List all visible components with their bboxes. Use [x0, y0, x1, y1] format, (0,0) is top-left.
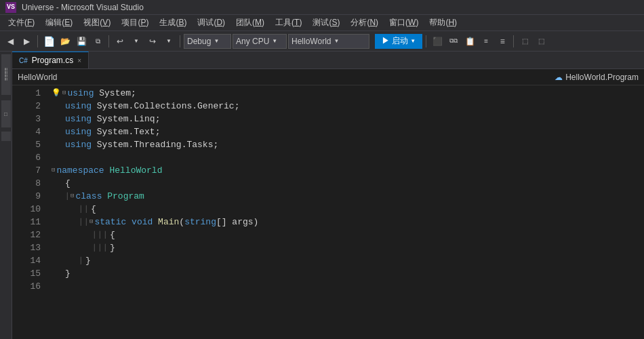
menu-team[interactable]: 团队(M)	[230, 16, 270, 30]
menu-window[interactable]: 窗口(W)	[384, 16, 424, 30]
redo-button[interactable]: ↪	[145, 34, 160, 49]
activity-btn-2[interactable]: □	[1, 100, 11, 127]
nav-class-label: HelloWorld.Program	[565, 73, 639, 82]
menu-edit[interactable]: 编辑(E)	[40, 16, 78, 30]
tab-program-cs-label: Program.cs	[32, 56, 73, 65]
lightbulb-icon: 💡	[52, 87, 61, 100]
code-line-9: │ ⊟ class Program	[65, 190, 639, 203]
code-line-7: ⊟ namespace HelloWorld	[52, 164, 639, 177]
toolbar-btn-5[interactable]: ≡	[495, 34, 510, 49]
title-bar-text: Universe - Microsoft Visual Studio	[22, 3, 144, 12]
debug-mode-arrow: ▼	[214, 38, 219, 44]
code-line-10: │ │ {	[79, 203, 639, 216]
menu-file[interactable]: 文件(F)	[3, 16, 40, 30]
open-button[interactable]: 📂	[58, 34, 73, 49]
collapse-btn-7[interactable]: ⊟	[52, 164, 55, 177]
menu-test[interactable]: 测试(S)	[307, 16, 345, 30]
collapse-btn-9[interactable]: ⊟	[71, 190, 74, 203]
tab-program-cs[interactable]: C# Program.cs ×	[12, 52, 89, 68]
code-line-15: }	[65, 267, 639, 280]
run-dropdown-arrow: ▼	[410, 38, 416, 44]
toolbar-btn-2[interactable]: ⧉⧉	[446, 34, 461, 49]
collapse-btn-11[interactable]: ⊟	[89, 216, 93, 228]
tab-bar: C# Program.cs ×	[12, 52, 644, 69]
save-all-button[interactable]: ⧉	[90, 34, 105, 49]
cpu-dropdown[interactable]: Any CPU ▼	[233, 34, 287, 49]
toolbar-sep-3	[180, 35, 180, 47]
debug-mode-dropdown[interactable]: Debug ▼	[184, 34, 231, 49]
menu-analyze[interactable]: 分析(N)	[345, 16, 384, 30]
nav-bar: HelloWorld ☁ HelloWorld.Program	[12, 69, 644, 85]
redo-dropdown-button[interactable]: ▼	[161, 34, 176, 49]
project-arrow: ▼	[334, 38, 339, 44]
toolbar-sep-4	[426, 35, 426, 47]
code-line-2: using System.Collections.Generic;	[65, 100, 639, 113]
title-bar: VS Universe - Microsoft Visual Studio	[0, 0, 644, 15]
back-button[interactable]: ◀	[3, 34, 18, 49]
toolbar-sep-5	[513, 35, 514, 47]
code-line-1: 💡 ⊟ using System;	[52, 87, 639, 100]
nav-class-icon: ☁	[555, 73, 563, 82]
forward-button[interactable]: ▶	[19, 34, 34, 49]
code-line-13: │ │ │ }	[92, 241, 639, 254]
toolbar-sep-1	[37, 35, 38, 47]
menu-tools[interactable]: 工具(T)	[270, 16, 307, 30]
code-line-16	[52, 280, 639, 293]
menu-view[interactable]: 视图(V)	[78, 16, 116, 30]
project-dropdown[interactable]: HelloWorld ▼	[288, 34, 369, 49]
activity-btn-3[interactable]	[1, 132, 11, 141]
undo-dropdown-button[interactable]: ▼	[129, 34, 144, 49]
code-line-12: │ │ │ {	[92, 228, 639, 241]
code-line-4: using System.Text;	[65, 125, 639, 138]
code-line-14: │ }	[79, 254, 639, 267]
toolbar-btn-6[interactable]: ⬚	[517, 34, 532, 49]
vs-icon: VS	[5, 2, 16, 13]
code-line-8: {	[65, 177, 639, 190]
tab-cs-icon: C#	[19, 57, 28, 64]
run-button[interactable]: ▶ 启动 ▼	[375, 34, 422, 49]
line-numbers: 1 2 3 4 5 6 7 8 9 10 11 12 13 14 15 16	[12, 85, 46, 339]
breakpoint-button[interactable]: ⬛	[430, 34, 445, 49]
nav-class-selector[interactable]: ☁ HelloWorld.Program	[555, 73, 639, 82]
cpu-arrow: ▼	[272, 38, 277, 44]
menu-debug[interactable]: 调试(D)	[192, 16, 230, 30]
save-button[interactable]: 💾	[74, 34, 89, 49]
new-file-button[interactable]: 📄	[41, 34, 56, 49]
toolbar: ◀ ▶ 📄 📂 💾 ⧉ ↩ ▼ ↪ ▼ Debug ▼ Any CPU ▼ He…	[0, 31, 644, 52]
menu-project[interactable]: 项目(P)	[116, 16, 154, 30]
code-line-3: using System.Linq;	[65, 113, 639, 125]
code-line-11: │ │ ⊟ static void Main(string[] args)	[79, 216, 639, 228]
collapse-btn-1[interactable]: ⊟	[62, 87, 66, 100]
tab-program-cs-close[interactable]: ×	[77, 57, 81, 64]
main-area: C# Program.cs × HelloWorld ☁ HelloWorld.…	[12, 52, 644, 339]
menu-bar: 文件(F) 编辑(E) 视图(V) 项目(P) 生成(B) 调试(D) 团队(M…	[0, 15, 644, 31]
toolbar-btn-4[interactable]: ≡	[479, 34, 494, 49]
undo-button[interactable]: ↩	[113, 34, 127, 49]
code-line-5: using System.Threading.Tasks;	[65, 138, 639, 151]
code-line-6	[52, 151, 639, 164]
toolbar-btn-7[interactable]: ⬚	[534, 34, 548, 49]
code-area[interactable]: 💡 ⊟ using System; using System.Collectio…	[46, 85, 644, 339]
nav-project: HelloWorld	[18, 73, 57, 82]
toolbar-sep-2	[108, 35, 109, 47]
menu-help[interactable]: 帮助(H)	[424, 16, 462, 30]
toolbar-btn-3[interactable]: 📋	[462, 34, 477, 49]
activity-btn-1[interactable]: ≡≡≡≡	[1, 54, 11, 95]
menu-build[interactable]: 生成(B)	[154, 16, 192, 30]
activity-bar: ≡≡≡≡ □	[0, 52, 12, 339]
editor: 1 2 3 4 5 6 7 8 9 10 11 12 13 14 15 16 💡…	[12, 85, 644, 339]
